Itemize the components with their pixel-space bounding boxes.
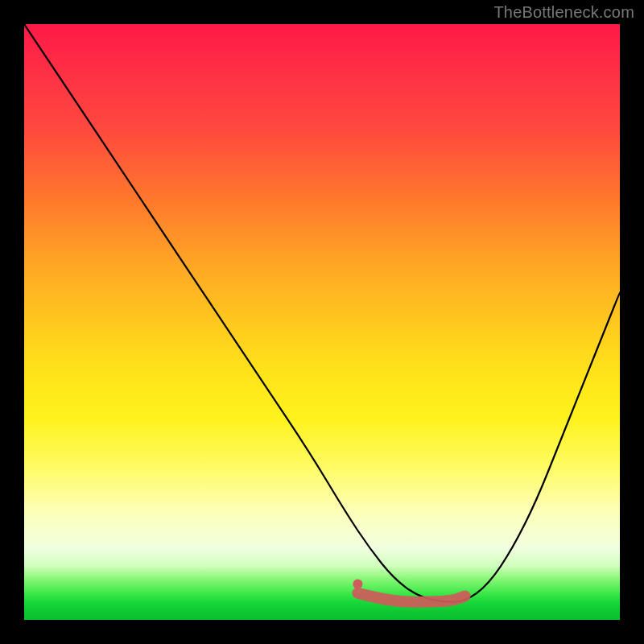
highlight-segment xyxy=(357,593,464,602)
highlight-dot xyxy=(353,580,362,589)
watermark-text: TheBottleneck.com xyxy=(493,3,634,22)
bottleneck-curve xyxy=(24,24,620,602)
plot-area xyxy=(24,24,620,620)
chart-frame: TheBottleneck.com xyxy=(0,0,644,644)
curve-svg xyxy=(24,24,620,620)
